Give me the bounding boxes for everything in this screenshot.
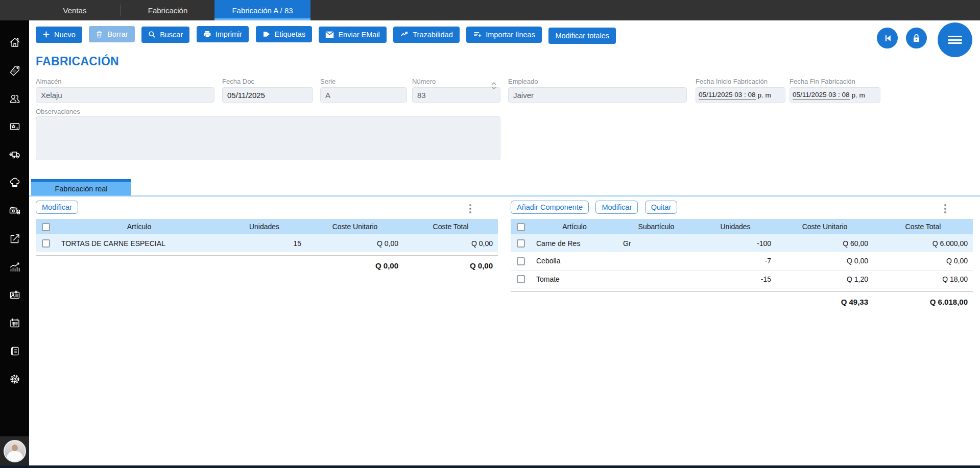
lock-icon xyxy=(912,33,921,43)
col-coste-total-right: Coste Total xyxy=(873,219,973,234)
tab-fabricacion-a-83[interactable]: Fabricación A / 83 xyxy=(214,0,310,20)
borrar-button[interactable]: Borrar xyxy=(89,26,134,42)
numero-input[interactable]: 83 xyxy=(412,87,500,103)
modificar-button-left[interactable]: Modificar xyxy=(36,201,78,214)
calendar-icon[interactable] xyxy=(9,317,21,329)
cell-articulo: TORTAS DE CARNE ESPECIAL xyxy=(56,234,222,252)
printer-icon xyxy=(203,30,211,38)
first-record-button[interactable] xyxy=(877,28,898,48)
cell-unidades: -7 xyxy=(695,252,776,270)
importar-lineas-button[interactable]: Importar líneas xyxy=(466,27,542,43)
row-checkbox[interactable] xyxy=(517,239,525,248)
produced-items-header-row: Artículo Unidades Coste Unitario Coste T… xyxy=(36,219,498,234)
col-coste-total-left: Coste Total xyxy=(403,219,498,234)
tab-fabricacion[interactable]: Fabricación xyxy=(121,0,214,20)
fecha-fin-input[interactable]: 05/11/2025 03 : 08 p. m xyxy=(790,87,880,103)
components-toolbar: Añadir Componente Modificar Quitar xyxy=(511,201,973,219)
id-card-icon[interactable] xyxy=(9,289,21,301)
hamburger-icon xyxy=(948,36,962,44)
select-all-checkbox-right[interactable] xyxy=(517,223,525,231)
imprimir-button[interactable]: Imprimir xyxy=(197,26,249,42)
cell-subarticulo: Gr xyxy=(618,234,695,252)
quitar-button[interactable]: Quitar xyxy=(645,201,678,214)
top-bar: Ventas Fabricación Fabricación A / 83 xyxy=(0,0,980,20)
produced-items-panel: Modificar Artículo Unidades Coste Unitar… xyxy=(36,201,498,276)
produced-items-toolbar: Modificar xyxy=(36,201,498,219)
row-checkbox[interactable] xyxy=(42,239,50,248)
sidebar xyxy=(0,20,29,468)
cash-icon[interactable] xyxy=(9,205,21,217)
table-row[interactable]: Carne de Res Gr -100 Q 60,00 Q 6.000,00 xyxy=(511,234,973,252)
lock-button[interactable] xyxy=(906,28,927,48)
select-all-checkbox-left[interactable] xyxy=(42,223,50,231)
trazabilidad-button[interactable]: Trazabilidad xyxy=(393,27,459,43)
buscar-button[interactable]: Buscar xyxy=(141,27,189,43)
number-spinner[interactable] xyxy=(491,81,497,90)
enviar-email-button[interactable]: Enviar EMail xyxy=(319,27,386,43)
cell-articulo: Tomate xyxy=(531,270,618,288)
active-tab-underline xyxy=(214,18,310,20)
menu-button[interactable] xyxy=(938,22,972,57)
chef-hat-icon[interactable] xyxy=(9,177,21,189)
almacen-field: Almacén Xelaju xyxy=(36,78,214,103)
modificar-totales-button[interactable]: Modificar totales xyxy=(548,28,616,44)
fecha-fin-label: Fecha Fin Fabricación xyxy=(790,78,880,85)
share-export-icon[interactable] xyxy=(9,233,21,245)
statistics-icon[interactable] xyxy=(9,261,21,273)
cell-coste-total: Q 6.000,00 xyxy=(873,234,973,252)
home-icon[interactable] xyxy=(9,36,21,48)
envelope-icon xyxy=(325,31,334,38)
empleado-label: Empleado xyxy=(508,78,687,85)
imprimir-label: Imprimir xyxy=(216,30,242,38)
observaciones-input[interactable] xyxy=(36,116,500,160)
table-row[interactable]: Tomate -15 Q 1,20 Q 18,00 xyxy=(511,270,973,288)
price-tag-icon[interactable] xyxy=(9,64,21,77)
numero-field: Número 83 xyxy=(412,78,500,103)
borrar-label: Borrar xyxy=(107,30,128,38)
customers-icon[interactable] xyxy=(9,92,21,105)
toolbar: Nuevo Borrar Buscar Imprimir Etiquetas E… xyxy=(29,20,980,48)
nuevo-button[interactable]: Nuevo xyxy=(36,27,82,43)
almacen-input[interactable]: Xelaju xyxy=(36,87,214,103)
fecha-inicio-value[interactable]: 05/11/2025 03 : 08 xyxy=(699,91,756,100)
table-row[interactable]: Cebolla -7 Q 0,00 Q 0,00 xyxy=(511,252,973,270)
list-plus-icon xyxy=(473,31,482,38)
tab-ventas[interactable]: Ventas xyxy=(29,0,121,20)
table-row[interactable]: TORTAS DE CARNE ESPECIAL 15 Q 0,00 Q 0,0… xyxy=(36,234,498,252)
modificar-button-right[interactable]: Modificar xyxy=(595,201,638,214)
fecha-inicio-input[interactable]: 05/11/2025 03 : 08 p. m xyxy=(696,87,785,103)
more-options-icon-right[interactable] xyxy=(941,203,950,215)
cell-subarticulo xyxy=(618,270,695,288)
etiquetas-button[interactable]: Etiquetas xyxy=(256,26,312,42)
components-panel: Añadir Componente Modificar Quitar Artíc… xyxy=(511,201,973,312)
serie-label: Serie xyxy=(320,78,407,85)
cell-coste-total: Q 18,00 xyxy=(873,270,973,288)
tag-icon xyxy=(262,30,271,38)
empleado-input[interactable]: Jaiver xyxy=(508,87,687,103)
anadir-componente-button[interactable]: Añadir Componente xyxy=(511,201,589,214)
settings-gear-icon[interactable] xyxy=(9,373,21,385)
more-options-icon-left[interactable] xyxy=(466,203,475,215)
cell-subarticulo xyxy=(618,252,695,270)
row-checkbox[interactable] xyxy=(517,275,525,283)
delivery-truck-icon[interactable] xyxy=(9,149,21,161)
fecha-doc-input[interactable]: 05/11/2025 xyxy=(222,87,313,103)
importar-lineas-label: Importar líneas xyxy=(486,31,535,39)
cell-articulo: Carne de Res xyxy=(531,234,618,252)
cell-unidades: -100 xyxy=(695,234,776,252)
col-articulo-left: Artículo xyxy=(56,219,222,234)
fecha-fin-meridiem[interactable]: p. m xyxy=(852,91,865,99)
tab-fabricacion-real[interactable]: Fabricación real xyxy=(31,179,131,195)
fecha-inicio-meridiem[interactable]: p. m xyxy=(758,91,771,99)
cell-coste-unitario: Q 0,00 xyxy=(776,252,873,270)
row-checkbox[interactable] xyxy=(517,257,525,265)
components-header-row: Artículo Subartículo Unidades Coste Unit… xyxy=(511,219,973,234)
fecha-fin-value[interactable]: 05/11/2025 03 : 08 xyxy=(793,91,850,100)
serie-input[interactable]: A xyxy=(320,87,407,103)
user-avatar[interactable] xyxy=(4,440,26,462)
documents-icon[interactable] xyxy=(9,345,21,357)
fecha-inicio-label: Fecha Inicio Fabricación xyxy=(696,78,785,85)
total-coste-total-right: Q 6.018,00 xyxy=(873,298,973,306)
enviar-email-label: Enviar EMail xyxy=(338,31,379,39)
loyalty-card-icon[interactable] xyxy=(9,120,21,133)
